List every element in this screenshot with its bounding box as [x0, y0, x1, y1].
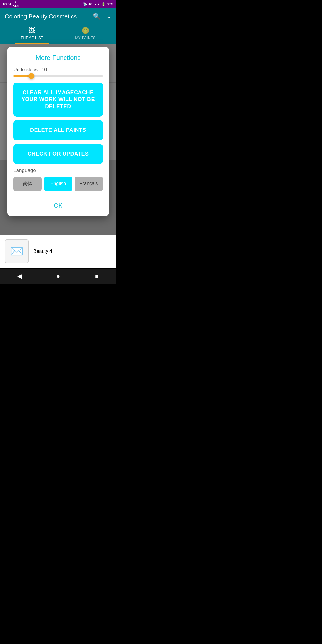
language-label: Language	[13, 168, 103, 174]
bg-content: 👗 🌹 👠 More Functions Undo steps : 10 CLE…	[0, 44, 116, 235]
signal-4g: 4G	[89, 3, 92, 6]
beauty4-label: Beauty 4	[33, 249, 52, 254]
tab-paints-label: MY PAINTS	[75, 36, 95, 40]
modal-divider	[13, 196, 103, 196]
lang-button-en[interactable]: English	[44, 177, 72, 191]
language-buttons: 简体 English Français	[13, 177, 103, 191]
delete-all-paints-button[interactable]: DELETE ALL PAINTS	[13, 120, 103, 140]
tabs: 🖼 THEME LIST 😊 MY PAINTS	[5, 24, 112, 44]
battery-percent: 38%	[107, 2, 113, 6]
tab-theme-label: THEME LIST	[21, 36, 44, 40]
face-icon: 😊	[81, 27, 90, 35]
home-button[interactable]: ●	[51, 269, 66, 284]
recents-icon: ■	[95, 273, 99, 280]
home-icon: ●	[56, 273, 60, 280]
lang-button-fr[interactable]: Français	[75, 177, 103, 191]
list-item[interactable]: ✉️ Beauty 4	[0, 235, 116, 268]
recents-button[interactable]: ■	[89, 269, 104, 284]
clear-cache-button[interactable]: CLEAR ALL IMAGECACHEYOUR WORK WILL NOT B…	[13, 83, 103, 117]
status-left: 08.54 0 KB/s	[3, 1, 19, 7]
clock: 08.54	[3, 2, 11, 6]
slider-track	[13, 75, 103, 77]
status-bar: 08.54 0 KB/s 📡 4G ▲▲ 🔋 38%	[0, 0, 116, 8]
top-bar-row: Coloring Beauty Cosmetics 🔍 ⌄	[5, 13, 112, 20]
slider-thumb	[28, 73, 34, 79]
kb-info: 0 KB/s	[13, 1, 19, 7]
signal-bars: ▲▲	[94, 2, 100, 6]
top-bar: Coloring Beauty Cosmetics 🔍 ⌄ 🖼 THEME LI…	[0, 8, 116, 44]
status-right: 📡 4G ▲▲ 🔋 38%	[83, 2, 113, 6]
back-icon: ◀	[17, 273, 22, 280]
nav-bar: ◀ ● ■	[0, 269, 116, 284]
beauty4-icon: ✉️	[5, 239, 29, 263]
slider-container[interactable]	[13, 75, 103, 77]
bottom-items: ✉️ Beauty 4	[0, 235, 116, 268]
modal-title: More Functions	[13, 54, 103, 62]
search-icon[interactable]: 🔍	[93, 13, 101, 20]
chevron-down-icon[interactable]: ⌄	[106, 13, 112, 20]
cast-icon: 📡	[83, 2, 87, 6]
back-button[interactable]: ◀	[12, 269, 27, 284]
lang-button-zh[interactable]: 简体	[13, 177, 42, 191]
tab-my-paints[interactable]: 😊 MY PAINTS	[69, 24, 101, 44]
battery-icon: 🔋	[101, 2, 106, 6]
check-updates-button[interactable]: CHECK FOR UPDATES	[13, 144, 103, 164]
ok-button[interactable]: OK	[13, 200, 103, 211]
modal-overlay: More Functions Undo steps : 10 CLEAR ALL…	[0, 44, 116, 235]
app-title: Coloring Beauty Cosmetics	[5, 13, 77, 20]
image-icon: 🖼	[29, 27, 35, 35]
undo-label: Undo steps : 10	[13, 67, 103, 72]
tab-theme-list[interactable]: 🖼 THEME LIST	[15, 24, 49, 44]
top-bar-icons: 🔍 ⌄	[93, 13, 112, 20]
more-functions-modal: More Functions Undo steps : 10 CLEAR ALL…	[7, 47, 109, 216]
